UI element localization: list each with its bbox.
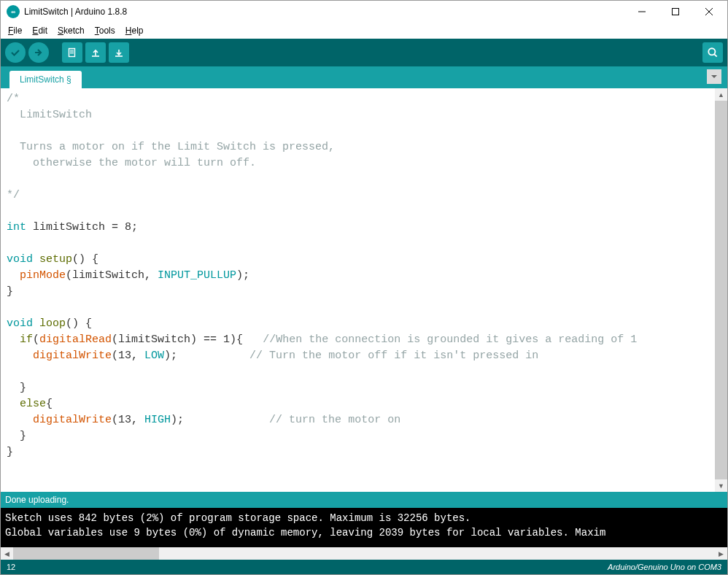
scroll-track[interactable] bbox=[159, 547, 715, 560]
code-token: pinMode bbox=[20, 269, 66, 282]
maximize-button[interactable] bbox=[659, 1, 692, 23]
code-token: void bbox=[7, 317, 33, 330]
code-line: */ bbox=[7, 189, 20, 201]
code-token bbox=[7, 366, 33, 378]
svg-line-11 bbox=[714, 54, 716, 56]
status-message: Done uploading. bbox=[5, 495, 69, 505]
code-token: digitalRead bbox=[39, 333, 112, 346]
minimize-button[interactable] bbox=[625, 1, 659, 23]
toolbar bbox=[1, 39, 727, 66]
code-token: (13, bbox=[112, 350, 144, 362]
line-number: 12 bbox=[7, 563, 15, 571]
code-line: otherwise the motor will turn off. bbox=[7, 157, 256, 169]
code-token: } bbox=[7, 430, 26, 442]
code-token: digitalWrite bbox=[33, 414, 112, 426]
code-token: { bbox=[46, 398, 53, 410]
verify-button[interactable] bbox=[5, 42, 26, 63]
code-token: ); bbox=[171, 414, 269, 426]
code-token: digitalWrite bbox=[33, 350, 112, 362]
menu-bar: File Edit Sketch Tools Help bbox=[1, 23, 727, 39]
code-token: ( bbox=[33, 333, 39, 346]
code-token: (13, bbox=[112, 414, 144, 426]
close-button[interactable] bbox=[692, 1, 726, 23]
code-token: } bbox=[7, 285, 13, 298]
code-token: loop bbox=[39, 317, 66, 330]
code-token: LOW bbox=[144, 350, 164, 362]
console-output[interactable]: Sketch uses 842 bytes (2%) of program st… bbox=[1, 508, 727, 547]
code-token: int bbox=[7, 221, 26, 234]
menu-sketch[interactable]: Sketch bbox=[53, 24, 89, 37]
code-token: () { bbox=[72, 253, 98, 266]
menu-help[interactable]: Help bbox=[121, 24, 148, 37]
code-token: HIGH bbox=[144, 414, 171, 426]
svg-point-10 bbox=[708, 48, 715, 55]
code-token: ); bbox=[164, 350, 249, 362]
code-token bbox=[7, 398, 20, 410]
menu-edit[interactable]: Edit bbox=[28, 24, 52, 37]
tab-menu-button[interactable] bbox=[707, 69, 721, 84]
code-token: (limitSwitch, bbox=[66, 269, 158, 282]
code-token: if bbox=[20, 333, 33, 346]
code-token: setup bbox=[39, 253, 72, 266]
code-token: INPUT_PULLUP bbox=[158, 269, 236, 282]
code-token bbox=[33, 317, 39, 330]
status-bar: Done uploading. bbox=[1, 492, 727, 508]
new-button[interactable] bbox=[62, 42, 82, 63]
editor-area: /* LimitSwitch Turns a motor on if the L… bbox=[1, 88, 727, 492]
code-token: ); bbox=[236, 269, 249, 282]
code-token bbox=[7, 269, 20, 282]
scroll-down-icon[interactable]: ▼ bbox=[715, 479, 727, 492]
code-token: } bbox=[7, 382, 26, 394]
code-token: //When the connection is grounded it giv… bbox=[263, 333, 637, 346]
console-line: Global variables use 9 bytes (0%) of dyn… bbox=[5, 527, 605, 539]
code-token: else bbox=[20, 398, 46, 410]
code-token bbox=[33, 253, 39, 266]
code-token: () { bbox=[66, 317, 92, 330]
svg-rect-1 bbox=[673, 9, 679, 15]
window-title: LimitSwitch | Arduino 1.8.8 bbox=[24, 7, 127, 17]
scroll-thumb-h[interactable] bbox=[13, 547, 159, 560]
code-token: limitSwitch = 8; bbox=[26, 221, 138, 234]
code-token bbox=[7, 333, 20, 346]
code-token: // turn the motor on bbox=[269, 414, 400, 426]
code-editor[interactable]: /* LimitSwitch Turns a motor on if the L… bbox=[1, 88, 715, 492]
code-line: LimitSwitch bbox=[7, 109, 92, 121]
scroll-thumb[interactable] bbox=[715, 101, 727, 479]
code-line: Turns a motor on if the Limit Switch is … bbox=[7, 141, 335, 153]
board-port-label: Arduino/Genuino Uno on COM3 bbox=[608, 563, 721, 571]
save-button[interactable] bbox=[109, 42, 129, 63]
upload-button[interactable] bbox=[28, 42, 49, 63]
code-token bbox=[7, 414, 33, 426]
tab-limitswitch[interactable]: LimitSwitch § bbox=[9, 71, 82, 88]
code-line: /* bbox=[7, 93, 20, 105]
menu-tools[interactable]: Tools bbox=[90, 24, 120, 37]
arduino-icon: ∞ bbox=[7, 5, 20, 18]
tab-bar: LimitSwitch § bbox=[1, 66, 727, 88]
svg-rect-4 bbox=[69, 49, 75, 57]
open-button[interactable] bbox=[85, 42, 106, 63]
code-token bbox=[7, 350, 33, 362]
code-token: (limitSwitch) == 1){ bbox=[112, 333, 263, 346]
footer-bar: 12 Arduino/Genuino Uno on COM3 bbox=[1, 560, 727, 574]
code-token: } bbox=[7, 446, 13, 458]
window-controls bbox=[625, 1, 726, 23]
scroll-left-icon[interactable]: ◀ bbox=[1, 547, 13, 560]
scroll-up-icon[interactable]: ▲ bbox=[715, 88, 727, 101]
code-token: void bbox=[7, 253, 33, 266]
code-token: // Turn the motor off if it isn't presse… bbox=[249, 350, 538, 362]
console-line: Sketch uses 842 bytes (2%) of program st… bbox=[5, 512, 471, 524]
scroll-right-icon[interactable]: ▶ bbox=[715, 547, 727, 560]
title-bar: ∞ LimitSwitch | Arduino 1.8.8 bbox=[1, 1, 727, 23]
vertical-scrollbar[interactable]: ▲ ▼ bbox=[715, 88, 727, 492]
horizontal-scrollbar[interactable]: ◀ ▶ bbox=[1, 547, 727, 560]
menu-file[interactable]: File bbox=[4, 24, 26, 37]
serial-monitor-button[interactable] bbox=[702, 42, 723, 63]
